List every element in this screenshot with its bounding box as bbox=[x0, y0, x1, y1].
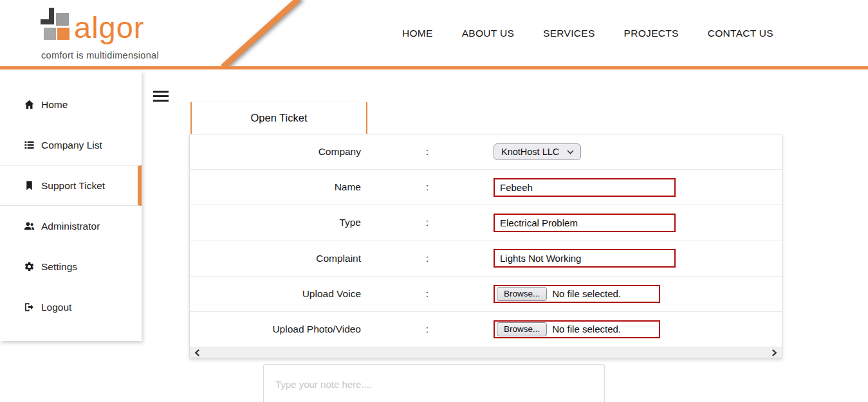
upload-voice-file-input[interactable]: Browse... No file selected. bbox=[494, 285, 660, 303]
field-label: Upload Photo/Video bbox=[190, 324, 361, 335]
open-ticket-form: Company : KnotHost LLC Name : Type : bbox=[189, 134, 782, 358]
tab-open-ticket[interactable]: Open Ticket bbox=[190, 102, 367, 134]
sidebar-item-company-list[interactable]: Company List bbox=[0, 125, 142, 165]
form-row-upload-photo-video: Upload Photo/Video : Browse... No file s… bbox=[190, 312, 782, 347]
scroll-left-arrow-icon[interactable] bbox=[194, 349, 200, 356]
sidebar-item-label: Settings bbox=[41, 261, 77, 273]
logout-icon bbox=[24, 302, 35, 313]
list-icon bbox=[24, 140, 35, 151]
form-row-upload-voice: Upload Voice : Browse... No file selecte… bbox=[190, 277, 782, 312]
page: algor comfort is multidimensional HOME A… bbox=[0, 0, 868, 402]
company-select-value: KnotHost LLC bbox=[501, 147, 559, 157]
field-label: Type bbox=[190, 217, 361, 228]
label-separator: : bbox=[361, 324, 494, 335]
form-row-company: Company : KnotHost LLC bbox=[190, 134, 782, 170]
horizontal-scrollbar[interactable] bbox=[190, 347, 782, 358]
diagonal-accent-stripe bbox=[221, 0, 300, 66]
gear-icon bbox=[24, 261, 35, 272]
nav-projects[interactable]: PROJECTS bbox=[624, 28, 679, 39]
sidebar-item-label: Administrator bbox=[41, 221, 100, 232]
nav-home[interactable]: HOME bbox=[402, 28, 433, 39]
home-icon bbox=[24, 99, 35, 110]
header-accent-bar bbox=[0, 66, 868, 69]
tab-label: Open Ticket bbox=[250, 112, 307, 124]
sidebar-item-home[interactable]: Home bbox=[0, 84, 142, 125]
scroll-right-arrow-icon[interactable] bbox=[771, 349, 777, 356]
sidebar: Home Company List Support Ticket Adminis… bbox=[0, 71, 142, 341]
label-separator: : bbox=[361, 146, 494, 158]
sidebar-item-administrator[interactable]: Administrator bbox=[0, 206, 142, 246]
sidebar-item-label: Support Ticket bbox=[41, 180, 105, 192]
name-input[interactable] bbox=[494, 178, 676, 197]
nav-contact-us[interactable]: CONTACT US bbox=[708, 28, 773, 39]
upload-photo-video-file-input[interactable]: Browse... No file selected. bbox=[494, 320, 660, 338]
label-separator: : bbox=[361, 288, 494, 300]
sidebar-item-label: Home bbox=[41, 99, 68, 111]
browse-button[interactable]: Browse... bbox=[497, 322, 547, 336]
sidebar-item-label: Logout bbox=[41, 302, 71, 313]
note-textarea[interactable] bbox=[263, 364, 605, 402]
field-label: Complaint bbox=[190, 253, 361, 264]
file-status-text: No file selected. bbox=[552, 288, 621, 299]
nav-about-us[interactable]: ABOUT US bbox=[462, 28, 514, 39]
sidebar-toggle-button[interactable] bbox=[153, 91, 169, 103]
field-label: Name bbox=[190, 181, 361, 193]
brand-name: algor bbox=[74, 10, 145, 45]
form-row-name: Name : bbox=[190, 170, 782, 205]
field-label: Company bbox=[190, 146, 361, 158]
field-label: Upload Voice bbox=[190, 288, 361, 300]
file-status-text: No file selected. bbox=[552, 324, 621, 334]
sidebar-item-logout[interactable]: Logout bbox=[0, 287, 142, 327]
form-row-type: Type : bbox=[190, 205, 782, 241]
users-icon bbox=[24, 221, 35, 232]
sidebar-item-settings[interactable]: Settings bbox=[0, 246, 142, 287]
label-separator: : bbox=[361, 181, 494, 193]
nav-services[interactable]: SERVICES bbox=[543, 28, 595, 39]
sidebar-item-label: Company List bbox=[41, 140, 102, 151]
browse-button[interactable]: Browse... bbox=[497, 287, 547, 301]
company-select[interactable]: KnotHost LLC bbox=[494, 143, 581, 160]
label-separator: : bbox=[361, 253, 494, 264]
brand-logo[interactable]: algor comfort is multidimensional bbox=[39, 6, 193, 63]
form-row-complaint: Complaint : bbox=[190, 241, 782, 277]
type-input[interactable] bbox=[494, 214, 676, 232]
hamburger-icon bbox=[153, 91, 169, 93]
sidebar-item-support-ticket[interactable]: Support Ticket bbox=[0, 165, 142, 206]
label-separator: : bbox=[361, 217, 494, 228]
chevron-down-icon bbox=[567, 150, 574, 154]
logo-mark-icon bbox=[41, 8, 73, 41]
main-nav: HOME ABOUT US SERVICES PROJECTS CONTACT … bbox=[402, 0, 773, 66]
header: algor comfort is multidimensional HOME A… bbox=[0, 0, 868, 66]
bookmark-icon bbox=[24, 180, 35, 191]
complaint-input[interactable] bbox=[494, 249, 676, 268]
brand-tagline: comfort is multidimensional bbox=[41, 50, 159, 60]
